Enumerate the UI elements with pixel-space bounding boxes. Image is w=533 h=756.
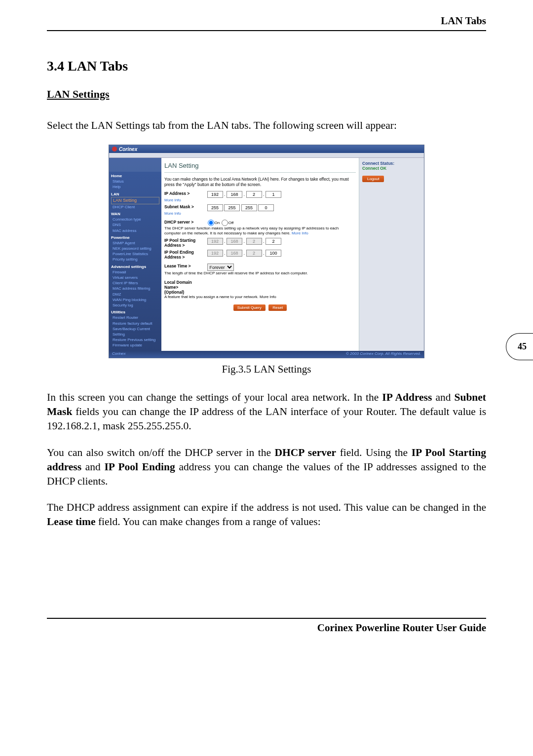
nav-seclog[interactable]: Security log	[111, 302, 159, 308]
nav-savebak[interactable]: Save/Backup Current Setting	[111, 326, 159, 337]
paragraph-2: You can also switch on/off the DHCP serv…	[47, 446, 486, 489]
dhcp-off-label: Off	[228, 221, 234, 225]
nav-lan[interactable]: LAN	[111, 191, 159, 197]
nav-util[interactable]: Utilities	[111, 309, 159, 315]
nav-snmp[interactable]: SNMP Agent	[111, 240, 159, 246]
ps-3	[246, 238, 262, 245]
window-titlebar: Corinex	[109, 145, 424, 153]
nav-fw[interactable]: Firmware update	[111, 342, 159, 348]
nav-conn-type[interactable]: Connection type	[111, 217, 159, 222]
brand-label: Corinex	[119, 147, 137, 152]
reset-button[interactable]: Reset	[268, 304, 287, 311]
subnet-label: Subnet Mask >	[164, 204, 206, 209]
pe-2	[227, 250, 242, 257]
browser-toolbar	[109, 153, 424, 158]
nav-help[interactable]: Help	[111, 184, 159, 189]
lease-select[interactable]: Forever	[207, 264, 234, 271]
nav-wan[interactable]: WAN	[111, 211, 159, 217]
ip-octet-2[interactable]	[227, 191, 242, 198]
nav-firewall[interactable]: Firewall	[111, 269, 159, 275]
ip-octet-4[interactable]	[266, 191, 281, 198]
status-label: Connect Status:	[362, 161, 421, 166]
nav-restart[interactable]: Restart Router	[111, 315, 159, 320]
pe-1	[207, 250, 223, 257]
page-header: LAN Tabs	[47, 15, 486, 31]
sidebar-banner	[109, 158, 161, 172]
figure-caption: Fig.3.5 LAN Settings	[47, 363, 486, 376]
mask-more-info[interactable]: More Info	[164, 211, 356, 216]
nav-macfilter[interactable]: MAC address filtering	[111, 286, 159, 291]
section-subheading: LAN Settings	[47, 88, 486, 101]
nav-wanping[interactable]: WAN Ping blocking	[111, 297, 159, 302]
nav-vservers[interactable]: Virtual servers	[111, 275, 159, 280]
logout-button[interactable]: Logout	[362, 176, 384, 182]
main-panel: LAN Setting You can make changes to the …	[161, 158, 359, 351]
page-number: 45	[518, 341, 527, 352]
pe-4[interactable]	[266, 250, 281, 257]
router-screenshot: Corinex Home Status Help LAN LAN Setting…	[109, 145, 424, 358]
nav-mac[interactable]: MAC address	[111, 228, 159, 233]
mask-octet-4[interactable]	[258, 204, 274, 211]
ip-label: IP Address >	[164, 191, 206, 196]
submit-button[interactable]: Submit Query	[233, 304, 266, 311]
footer-text: Corinex Powerline Router User Guide	[317, 622, 486, 634]
mask-octet-1[interactable]	[207, 204, 223, 211]
dhcp-off-radio[interactable]	[222, 220, 228, 226]
ps-1	[207, 238, 223, 245]
nav-nek[interactable]: NEK password setting	[111, 246, 159, 251]
pe-3	[246, 250, 262, 257]
status-panel: Connect Status: Connect OK Logout	[359, 158, 424, 351]
nav-powerline[interactable]: Powerline	[111, 235, 159, 240]
section-heading: 3.4 LAN Tabs	[47, 58, 486, 74]
nav-dhcp-client[interactable]: DHCP Client	[111, 204, 159, 210]
status-value: Connect OK	[362, 166, 421, 171]
ps-2	[227, 238, 242, 245]
dhcp-on-label: On	[215, 221, 220, 225]
ip-more-info[interactable]: More Info	[164, 198, 356, 202]
mask-octet-2[interactable]	[224, 204, 240, 211]
nav-dns[interactable]: DNS	[111, 222, 159, 227]
domain-desc: A feature that lets you assign a name to…	[164, 295, 356, 300]
paragraph-3: The DHCP address assignment can expire i…	[47, 500, 486, 529]
ip-octet-1[interactable]	[207, 191, 223, 198]
page-footer: Corinex Powerline Router User Guide	[47, 618, 486, 634]
nav-status[interactable]: Status	[111, 179, 159, 184]
header-title: LAN Tabs	[441, 15, 486, 27]
nav-restprev[interactable]: Restore Previous setting	[111, 337, 159, 342]
dhcp-desc: The DHCP server function makes setting u…	[164, 226, 356, 236]
panel-intro: You can make changes to the Local Area N…	[164, 177, 356, 187]
foot-brand: Corinex	[112, 351, 126, 357]
nav-factory[interactable]: Restore factory default	[111, 321, 159, 326]
footer-bar: Corinex © 2003 Corinex Corp. All Rights …	[109, 351, 424, 358]
nav-lan-setting[interactable]: LAN Setting	[111, 197, 159, 204]
panel-title: LAN Setting	[164, 160, 356, 173]
domain-label: Local Domain Name>(Optional)	[164, 280, 206, 295]
nav-adv[interactable]: Advanced settings	[111, 264, 159, 269]
lease-desc: The length of time the DHCP server will …	[164, 271, 356, 276]
nav-priority[interactable]: Priority setting	[111, 257, 159, 262]
mask-octet-3[interactable]	[241, 204, 257, 211]
lease-label: Lease Time >	[164, 264, 206, 268]
nav-home[interactable]: Home	[111, 173, 159, 179]
nav-ipfilters[interactable]: Client IP filters	[111, 280, 159, 286]
sidebar: Home Status Help LAN LAN Setting DHCP Cl…	[109, 158, 161, 351]
dhcp-label: DHCP server >	[164, 220, 206, 225]
foot-copy: © 2003 Corinex Corp. All Rights Reserved…	[346, 351, 421, 357]
pool-start-label: IP Pool Starting Address >	[164, 238, 206, 248]
dhcp-more-info[interactable]: More Info	[292, 231, 308, 235]
globe-icon	[112, 147, 117, 151]
pool-end-label: IP Pool Ending Address >	[164, 250, 206, 260]
nav-plstats[interactable]: PowerLine Statistics	[111, 251, 159, 257]
figure: Corinex Home Status Help LAN LAN Setting…	[47, 145, 486, 376]
ps-4[interactable]	[266, 238, 281, 245]
ip-octet-3[interactable]	[246, 191, 262, 198]
paragraph-1: In this screen you can change the settin…	[47, 390, 486, 433]
intro-paragraph: Select the LAN Settings tab from the LAN…	[47, 118, 486, 133]
nav-dmz[interactable]: DMZ	[111, 292, 159, 297]
dhcp-on-radio[interactable]	[208, 220, 214, 226]
page-number-badge: 45	[506, 333, 533, 360]
